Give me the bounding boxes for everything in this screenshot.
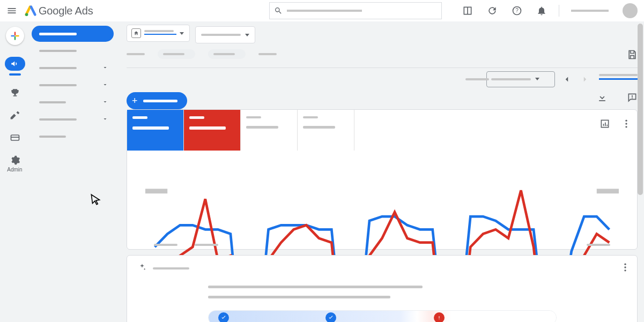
- date-prev-button[interactable]: [560, 73, 573, 86]
- wrench-icon: [10, 110, 20, 121]
- megaphone-icon: [5, 57, 25, 71]
- filter-chip[interactable]: [158, 49, 195, 59]
- help-icon[interactable]: ?: [512, 5, 522, 16]
- account-switcher-label[interactable]: [571, 10, 609, 12]
- svg-point-27: [624, 266, 626, 268]
- date-next-button[interactable]: [579, 73, 591, 86]
- svg-point-19: [625, 126, 627, 128]
- svg-point-28: [624, 269, 626, 271]
- svg-rect-8: [15, 35, 19, 37]
- metric-tile-cpc[interactable]: [241, 110, 298, 151]
- search-icon: [274, 6, 283, 15]
- rail-campaigns[interactable]: [6, 57, 24, 76]
- rail-tools[interactable]: [6, 110, 24, 121]
- svg-rect-7: [11, 35, 14, 37]
- refresh-icon[interactable]: [487, 5, 498, 16]
- separator: [559, 5, 559, 17]
- notifications-icon[interactable]: [536, 5, 547, 16]
- step-error-icon: [434, 312, 445, 322]
- menu-icon[interactable]: [6, 5, 17, 16]
- svg-rect-20: [145, 189, 167, 193]
- content-area: +: [118, 21, 644, 322]
- svg-rect-16: [606, 125, 608, 126]
- svg-rect-21: [597, 189, 619, 193]
- sidepanel-item[interactable]: [32, 60, 114, 76]
- onboarding-progress[interactable]: [208, 310, 557, 322]
- svg-rect-29: [439, 316, 439, 318]
- svg-point-17: [625, 120, 627, 122]
- home-icon: [131, 28, 141, 38]
- cursor-icon: [89, 193, 103, 209]
- chevron-down-icon: [245, 34, 249, 36]
- chart-options-icon[interactable]: [599, 118, 610, 131]
- svg-point-26: [624, 264, 626, 265]
- view-label: [465, 78, 489, 80]
- svg-rect-11: [632, 95, 633, 97]
- rail-admin[interactable]: Admin: [6, 155, 24, 173]
- card-icon: [10, 132, 20, 143]
- sidepanel-item[interactable]: ▾: [32, 129, 114, 145]
- product-logo[interactable]: Google Ads: [25, 5, 93, 17]
- svg-rect-2: [467, 7, 468, 14]
- sidepanel-item[interactable]: [32, 111, 114, 128]
- step-done-icon: [218, 312, 229, 322]
- sidepanel-item[interactable]: [32, 94, 114, 110]
- svg-text:?: ?: [515, 8, 519, 13]
- rail-goals[interactable]: [6, 87, 24, 98]
- breadcrumb-item[interactable]: [127, 53, 145, 55]
- svg-rect-10: [11, 137, 19, 138]
- plus-multicolor-icon: [10, 31, 20, 41]
- view-controls: [127, 68, 638, 90]
- search-placeholder: [287, 10, 362, 12]
- svg-rect-12: [632, 98, 633, 99]
- chart-x-label: [154, 244, 177, 246]
- sidepanel-item[interactable]: [32, 77, 114, 93]
- ads-logo-icon: [25, 5, 36, 17]
- left-rail: Admin: [0, 21, 29, 322]
- sidepanel-item[interactable]: ▾: [32, 43, 114, 59]
- product-name: Google Ads: [39, 5, 93, 17]
- more-icon[interactable]: [621, 118, 632, 131]
- search-input[interactable]: [269, 2, 442, 19]
- chevron-down-icon: [102, 116, 108, 122]
- scope-toolbar: [127, 25, 255, 43]
- campaign-selector[interactable]: [195, 26, 255, 43]
- trophy-icon: [10, 87, 20, 98]
- metric-tile-impr[interactable]: [184, 110, 241, 151]
- chevron-down-icon: [102, 64, 108, 71]
- chart-x-label: [195, 244, 218, 246]
- sidepanel-item-active[interactable]: [32, 26, 114, 42]
- onboarding-subheading: [208, 296, 390, 298]
- create-button[interactable]: [6, 27, 24, 45]
- recommendations-card: [127, 255, 638, 322]
- chart-x-label: [587, 244, 610, 246]
- download-icon[interactable]: [597, 92, 608, 105]
- recommendations-title: [153, 267, 189, 269]
- tab-summary[interactable]: [599, 78, 638, 80]
- insights-icon[interactable]: [462, 5, 473, 16]
- svg-rect-6: [14, 36, 16, 40]
- side-panel: ▾ ▾: [29, 21, 118, 322]
- gear-icon: [10, 155, 20, 166]
- svg-rect-5: [14, 32, 16, 36]
- avatar[interactable]: [623, 3, 638, 18]
- new-campaign-button[interactable]: +: [127, 92, 187, 109]
- svg-rect-30: [439, 319, 439, 319]
- svg-point-18: [625, 123, 627, 124]
- account-selector[interactable]: [127, 25, 190, 42]
- rail-billing[interactable]: [6, 132, 24, 143]
- metric-tile-cost[interactable]: [298, 110, 354, 151]
- filter-chip[interactable]: [208, 49, 246, 59]
- svg-point-0: [25, 13, 28, 17]
- save-view-icon[interactable]: [627, 49, 638, 62]
- date-range-selector[interactable]: [486, 71, 555, 87]
- more-icon[interactable]: [620, 262, 631, 275]
- metric-tile-clicks[interactable]: [127, 110, 184, 151]
- svg-rect-15: [605, 123, 606, 126]
- chevron-down-icon: [102, 99, 108, 105]
- metric-tiles: [127, 110, 354, 151]
- breadcrumb-item[interactable]: [258, 53, 277, 55]
- breadcrumb: [127, 49, 277, 59]
- feedback-icon[interactable]: [627, 92, 638, 105]
- scrollbar-thumb[interactable]: [638, 24, 643, 195]
